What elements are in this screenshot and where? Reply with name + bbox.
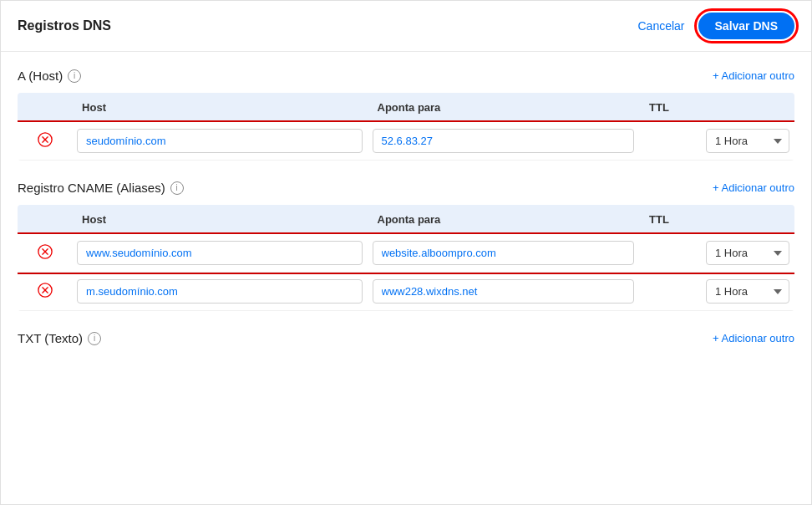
a-host-table-header: Host Aponta para TTL (18, 93, 794, 122)
delete-cell-cname-2 (18, 273, 72, 311)
ttl-select-cname-1[interactable]: 1 Hora 30 Minutos 6 Horas 12 Horas 1 Dia (706, 241, 789, 265)
section-a-info-icon[interactable]: i (68, 69, 81, 83)
section-txt-title-group: TXT (Texto) i (18, 331, 101, 345)
page-container: Registros DNS Cancelar Salvar DNS A (Hos… (0, 0, 812, 505)
host-cell-cname-2 (72, 273, 367, 311)
aponta-cell-cname-2 (368, 273, 640, 311)
section-a-title-group: A (Host) i (18, 69, 81, 83)
delete-icon-a-1[interactable] (38, 132, 53, 147)
th-delete-cname (18, 205, 72, 234)
th-delete-a (18, 93, 72, 122)
host-cell-a-1 (72, 122, 367, 161)
ttl-select-cname-2[interactable]: 1 Hora 30 Minutos 6 Horas 12 Horas 1 Dia (706, 279, 789, 304)
cname-table-header: Host Aponta para TTL (18, 205, 794, 234)
header-actions: Cancelar Salvar DNS (637, 13, 794, 39)
section-cname-title: Registro CNAME (Aliases) (18, 181, 165, 195)
section-cname: Registro CNAME (Aliases) i + Adicionar o… (18, 181, 794, 311)
aponta-input-cname-2[interactable] (373, 279, 635, 304)
th-ttl-cname: TTL (639, 205, 794, 234)
th-ttl-a: TTL (639, 93, 794, 122)
th-aponta-a: Aponta para (368, 93, 640, 122)
a-host-table: Host Aponta para TTL (18, 93, 794, 161)
section-a-title: A (Host) (18, 69, 63, 83)
section-a-header: A (Host) i + Adicionar outro (18, 69, 794, 83)
ttl-cell-a-1: 1 Hora 30 Minutos 6 Horas 12 Horas 1 Dia (639, 122, 794, 161)
add-txt-record-button[interactable]: + Adicionar outro (713, 332, 794, 344)
cname-table: Host Aponta para TTL (18, 205, 794, 311)
page-title: Registros DNS (18, 18, 111, 33)
section-txt-header: TXT (Texto) i + Adicionar outro (18, 331, 794, 345)
host-input-cname-1[interactable] (77, 241, 362, 265)
th-host-cname: Host (72, 205, 367, 234)
content: A (Host) i + Adicionar outro Host Aponta… (1, 52, 811, 382)
aponta-input-cname-1[interactable] (373, 241, 635, 265)
aponta-cell-a-1 (368, 122, 640, 161)
ttl-select-a-1[interactable]: 1 Hora 30 Minutos 6 Horas 12 Horas 1 Dia (706, 129, 789, 153)
host-cell-cname-1 (72, 234, 367, 273)
ttl-cell-cname-1: 1 Hora 30 Minutos 6 Horas 12 Horas 1 Dia (639, 234, 794, 273)
th-aponta-cname: Aponta para (368, 205, 640, 234)
section-txt-info-icon[interactable]: i (88, 332, 101, 345)
aponta-cell-cname-1 (368, 234, 640, 273)
section-txt: TXT (Texto) i + Adicionar outro (18, 331, 794, 345)
delete-cell-a-1 (18, 122, 72, 161)
ttl-cell-cname-2: 1 Hora 30 Minutos 6 Horas 12 Horas 1 Dia (639, 273, 794, 311)
table-row: 1 Hora 30 Minutos 6 Horas 12 Horas 1 Dia (18, 234, 794, 273)
delete-icon-cname-2[interactable] (38, 283, 53, 298)
host-input-a-1[interactable] (77, 129, 362, 153)
th-host-a: Host (72, 93, 367, 122)
table-row: 1 Hora 30 Minutos 6 Horas 12 Horas 1 Dia (18, 122, 794, 161)
aponta-input-a-1[interactable] (373, 129, 635, 153)
section-a-host: A (Host) i + Adicionar outro Host Aponta… (18, 69, 794, 161)
delete-cell-cname-1 (18, 234, 72, 273)
add-a-record-button[interactable]: + Adicionar outro (713, 69, 794, 82)
host-input-cname-2[interactable] (77, 279, 362, 304)
delete-icon-cname-1[interactable] (38, 244, 53, 259)
section-txt-title: TXT (Texto) (18, 331, 83, 345)
add-cname-record-button[interactable]: + Adicionar outro (713, 181, 794, 194)
section-cname-info-icon[interactable]: i (170, 181, 184, 195)
cancel-button[interactable]: Cancelar (637, 19, 684, 33)
section-cname-title-group: Registro CNAME (Aliases) i (18, 181, 184, 195)
table-row: 1 Hora 30 Minutos 6 Horas 12 Horas 1 Dia (18, 273, 794, 311)
save-dns-button[interactable]: Salvar DNS (698, 13, 794, 39)
header: Registros DNS Cancelar Salvar DNS (1, 1, 811, 52)
section-cname-header: Registro CNAME (Aliases) i + Adicionar o… (18, 181, 794, 195)
